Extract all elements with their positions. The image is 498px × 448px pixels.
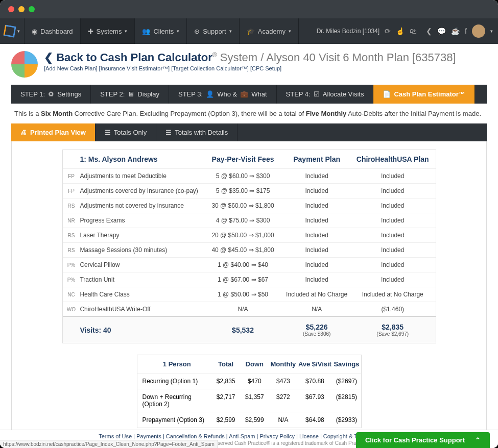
share-icon[interactable]: ❮ [426, 27, 432, 35]
fee-header-chu: ChiroHealthUSA Plan [350, 155, 436, 163]
opts-header-person: 1 Person [137, 360, 212, 368]
brand-logo[interactable]: ▾ [0, 18, 25, 44]
nav-dashboard[interactable]: ◉Dashboard [25, 18, 81, 44]
fee-row: NCHealth Care Class1 @ $50.00 ⇒ $50Inclu… [63, 287, 436, 302]
view-tabs: 🖨Printed Plan View ☰Totals Only ☰Totals … [11, 123, 487, 141]
step-tabs: STEP 1: ⚙Settings STEP 2: 🖥Display STEP … [11, 85, 487, 104]
plan-summary: This is a Six Month Corrective Care Plan… [11, 104, 487, 123]
tab-totals-only[interactable]: ☰Totals Only [96, 123, 156, 141]
option-row: Down + Recurring (Option 2)$2,717$1,357$… [137, 389, 361, 412]
document-icon: 📄 [383, 90, 391, 98]
fee-row: RSAdjustments not covered by insurance30… [63, 198, 436, 213]
clients-icon: 👥 [142, 28, 150, 35]
fee-row: P%Cervical Pillow1 @ $40.00 ⇒ $40Include… [63, 257, 436, 272]
fee-row: RSMassage Sessions (30 minutes)40 @ $45.… [63, 242, 436, 257]
nav-user-area: Dr. Miles Bodzin [1034] ⟳ ☝ 🛍 ❮ 💬 ☕ f ▾ [312, 18, 498, 44]
print-icon: 🖨 [20, 129, 27, 136]
opts-header-monthly: Monthly [269, 360, 297, 368]
opts-header-savings: Savings [332, 360, 361, 368]
fee-row: P%Traction Unit1 @ $67.00 ⇒ $67IncludedI… [63, 272, 436, 287]
step-4-allocate[interactable]: STEP 4: ☑Allocate Visits [277, 85, 374, 104]
fee-header-plan: Payment Plan [283, 155, 350, 163]
dashboard-icon: ◉ [32, 28, 37, 35]
fee-row: FPAdjustments to meet Deductible5 @ $60.… [63, 168, 436, 183]
option-row: Recurring (Option 1)$2,835$470$473$70.88… [137, 373, 361, 389]
page-title: ❮ Back to Cash Plan Calculator® System /… [44, 51, 456, 64]
tab-printed-view[interactable]: 🖨Printed Plan View [11, 123, 96, 141]
fee-header-payper: Pay-Per-Visit Fees [202, 155, 284, 163]
step-estimator[interactable]: 📄Cash Plan Estimator™ [373, 85, 475, 104]
coffee-icon[interactable]: ☕ [451, 27, 460, 35]
cart-icon[interactable]: 🛍 [410, 27, 417, 35]
nav-support[interactable]: ⊕Support▾ [187, 18, 240, 44]
fee-table: 1: Ms. Alyson Andrews Pay-Per-Visit Fees… [62, 150, 436, 343]
facebook-icon[interactable]: f [465, 27, 467, 35]
close-window-button[interactable] [8, 6, 14, 12]
hand-icon[interactable]: ☝ [396, 27, 405, 35]
user-menu-caret[interactable]: ▾ [490, 29, 493, 34]
list-icon: ☰ [105, 129, 111, 136]
person-icon: 👤 [206, 90, 214, 98]
nav-username[interactable]: Dr. Miles Bodzin [1034] [317, 28, 380, 35]
fee-row: NRProgress Exams4 @ $75.00 ⇒ $300Include… [63, 213, 436, 228]
status-bar-url: https://www.bodzin.net/cashpractice/Page… [0, 440, 218, 448]
header-sublinks[interactable]: [Add New Cash Plan] [Insurance Visit Est… [44, 65, 456, 71]
opts-header-ave: Ave $/Visit [298, 360, 333, 368]
minimize-window-button[interactable] [18, 6, 25, 12]
fee-header-person: 1: Ms. Alyson Andrews [80, 155, 202, 163]
options-table: 1 Person Total Down Monthly Ave $/Visit … [137, 355, 362, 428]
monitor-icon: 🖥 [128, 90, 134, 98]
system-logo [11, 51, 38, 78]
gear-icon: ⚙ [48, 90, 54, 98]
avatar[interactable] [472, 24, 485, 38]
back-link[interactable]: ❮ Back to Cash Plan Calculator [44, 51, 212, 64]
support-icon: ⊕ [194, 28, 200, 35]
total-fee: $5,532 [202, 326, 284, 334]
total-visits: Visits: 40 [80, 326, 202, 334]
nav-academy[interactable]: 🎓Academy▾ [240, 18, 299, 44]
step-2-display[interactable]: STEP 2: 🖥Display [91, 85, 169, 104]
fee-row: RSLaser Therapy20 @ $50.00 ⇒ $1,000Inclu… [63, 228, 436, 242]
nav-systems[interactable]: ✚Systems▾ [81, 18, 135, 44]
support-button[interactable]: Click for Cash Practice Support⌃ [356, 432, 490, 448]
briefcase-icon: 💼 [240, 90, 248, 98]
step-1-settings[interactable]: STEP 1: ⚙Settings [11, 85, 91, 104]
refresh-icon[interactable]: ⟳ [385, 27, 391, 35]
fee-row: FPAdjustments covered by Insurance (co-p… [63, 183, 436, 198]
fee-row: WOChiroHealthUSA Write-OffN/AN/A($1,460) [63, 302, 436, 316]
total-paymentplan: $5,226(Save $306) [283, 323, 350, 337]
option-row: Prepayment (Option 3)$2,599$2,599N/A$64.… [137, 412, 361, 428]
academy-icon: 🎓 [247, 28, 255, 35]
opts-header-down: Down [240, 360, 269, 368]
nav-clients[interactable]: 👥Clients▾ [135, 18, 187, 44]
list-icon: ☰ [165, 129, 172, 136]
main-navbar: ▾ ◉Dashboard ✚Systems▾ 👥Clients▾ ⊕Suppor… [0, 18, 498, 44]
chat-icon[interactable]: 💬 [437, 27, 446, 35]
chevron-up-icon: ⌃ [475, 436, 481, 444]
systems-icon: ✚ [88, 28, 93, 35]
total-chu: $2,835(Save $2,697) [350, 323, 436, 337]
checkbox-icon: ☑ [314, 90, 320, 98]
opts-header-total: Total [211, 360, 240, 368]
step-3-who-what[interactable]: STEP 3: 👤Who & 💼What [169, 85, 277, 104]
tab-totals-details[interactable]: ☰Totals with Details [156, 123, 238, 141]
window-titlebar [0, 0, 498, 18]
maximize-window-button[interactable] [29, 6, 35, 12]
